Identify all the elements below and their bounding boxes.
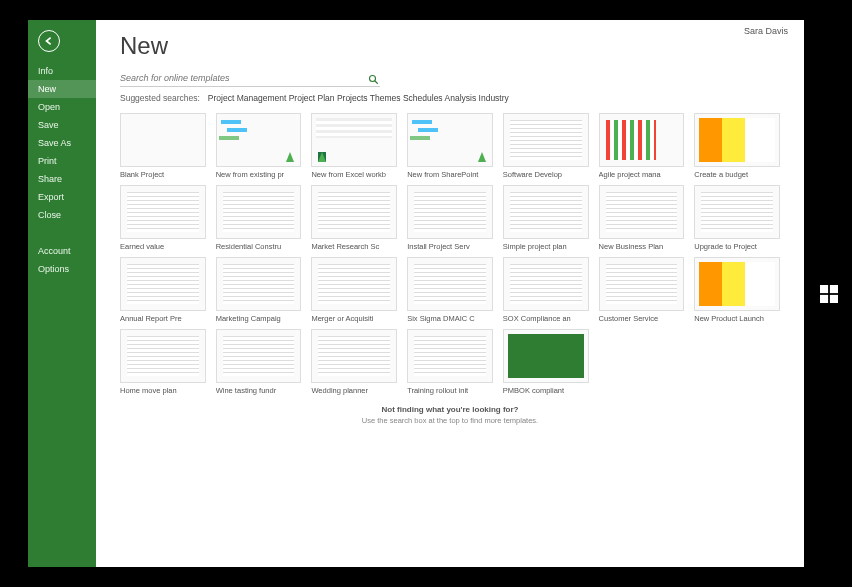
svg-rect-3 — [830, 294, 838, 302]
template-tile[interactable]: Agile project mana — [599, 113, 685, 179]
suggested-link[interactable]: Project Management — [208, 93, 286, 103]
template-grid: Blank ProjectNew from existing prNew fro… — [120, 113, 780, 395]
template-tile[interactable]: Home move plan — [120, 329, 206, 395]
template-label: Create a budget — [694, 170, 780, 179]
footer-line1: Not finding what you're looking for? — [120, 405, 780, 414]
template-thumb — [120, 113, 206, 167]
nav-export[interactable]: Export — [28, 188, 96, 206]
template-tile[interactable]: Merger or Acquisiti — [311, 257, 397, 323]
main-panel: Sara Davis New Suggested searches: Proje… — [96, 20, 804, 567]
template-tile[interactable]: Create a budget — [694, 113, 780, 179]
user-name[interactable]: Sara Davis — [744, 26, 788, 36]
template-tile[interactable]: SOX Compliance an — [503, 257, 589, 323]
template-thumb — [694, 257, 780, 311]
suggested-link[interactable]: Schedules — [403, 93, 443, 103]
template-tile[interactable]: Simple project plan — [503, 185, 589, 251]
nav-open[interactable]: Open — [28, 98, 96, 116]
template-tile[interactable]: New Business Plan — [599, 185, 685, 251]
template-tile[interactable]: Annual Report Pre — [120, 257, 206, 323]
nav-close[interactable]: Close — [28, 206, 96, 224]
svg-rect-1 — [830, 285, 838, 293]
template-thumb — [311, 329, 397, 383]
template-tile[interactable]: Software Develop — [503, 113, 589, 179]
nav-options[interactable]: Options — [28, 260, 96, 278]
template-label: Training rollout init — [407, 386, 493, 395]
nav-account[interactable]: Account — [28, 242, 96, 260]
template-thumb — [503, 113, 589, 167]
template-thumb — [503, 257, 589, 311]
template-tile[interactable]: Six Sigma DMAIC C — [407, 257, 493, 323]
template-tile[interactable]: Training rollout init — [407, 329, 493, 395]
template-thumb — [216, 257, 302, 311]
backstage-sidebar: InfoNewOpenSaveSave AsPrintShareExportCl… — [28, 20, 96, 567]
back-button[interactable] — [38, 30, 60, 52]
suggested-link[interactable]: Project Plan — [289, 93, 335, 103]
suggested-link[interactable]: Projects — [337, 93, 368, 103]
tablet-frame: InfoNewOpenSaveSave AsPrintShareExportCl… — [0, 0, 852, 587]
template-tile[interactable]: PMBOK compliant — [503, 329, 589, 395]
template-label: Wedding planner — [311, 386, 397, 395]
template-label: Market Research Sc — [311, 242, 397, 251]
footer-hint: Not finding what you're looking for? Use… — [120, 405, 780, 425]
search-box[interactable] — [120, 70, 380, 87]
suggested-link[interactable]: Industry — [479, 93, 509, 103]
template-label: Earned value — [120, 242, 206, 251]
template-thumb — [311, 113, 397, 167]
template-thumb — [311, 257, 397, 311]
template-label: Agile project mana — [599, 170, 685, 179]
template-tile[interactable]: Wedding planner — [311, 329, 397, 395]
windows-button[interactable] — [820, 285, 838, 303]
template-tile[interactable]: Blank Project — [120, 113, 206, 179]
template-thumb — [599, 185, 685, 239]
nav-new[interactable]: New — [28, 80, 96, 98]
template-label: New Product Launch — [694, 314, 780, 323]
template-tile[interactable]: Wine tasting fundr — [216, 329, 302, 395]
template-label: New from SharePoint — [407, 170, 493, 179]
template-tile[interactable]: New from SharePoint — [407, 113, 493, 179]
template-tile[interactable]: Customer Service — [599, 257, 685, 323]
template-label: Six Sigma DMAIC C — [407, 314, 493, 323]
template-thumb — [407, 257, 493, 311]
template-label: SOX Compliance an — [503, 314, 589, 323]
app-screen: InfoNewOpenSaveSave AsPrintShareExportCl… — [28, 20, 804, 567]
template-thumb — [216, 185, 302, 239]
nav-info[interactable]: Info — [28, 62, 96, 80]
svg-rect-0 — [820, 285, 828, 293]
search-icon[interactable] — [368, 72, 380, 84]
template-label: New from existing pr — [216, 170, 302, 179]
template-label: Customer Service — [599, 314, 685, 323]
nav-print[interactable]: Print — [28, 152, 96, 170]
page-title: New — [120, 32, 780, 60]
template-thumb — [503, 329, 589, 383]
nav-save-as[interactable]: Save As — [28, 134, 96, 152]
template-thumb — [216, 113, 302, 167]
template-label: Home move plan — [120, 386, 206, 395]
template-thumb — [120, 185, 206, 239]
nav-save[interactable]: Save — [28, 116, 96, 134]
template-label: Upgrade to Project — [694, 242, 780, 251]
template-label: Software Develop — [503, 170, 589, 179]
suggested-link[interactable]: Themes — [370, 93, 401, 103]
template-label: Install Project Serv — [407, 242, 493, 251]
search-input[interactable] — [120, 70, 368, 86]
nav-share[interactable]: Share — [28, 170, 96, 188]
template-tile[interactable]: New from existing pr — [216, 113, 302, 179]
template-tile[interactable]: Marketing Campaig — [216, 257, 302, 323]
template-tile[interactable]: Upgrade to Project — [694, 185, 780, 251]
template-label: Residential Constru — [216, 242, 302, 251]
template-thumb — [407, 185, 493, 239]
template-tile[interactable]: New Product Launch — [694, 257, 780, 323]
template-thumb — [120, 257, 206, 311]
template-thumb — [311, 185, 397, 239]
svg-rect-2 — [820, 294, 828, 302]
template-label: New Business Plan — [599, 242, 685, 251]
svg-point-4 — [370, 76, 376, 82]
template-tile[interactable]: Install Project Serv — [407, 185, 493, 251]
suggested-link[interactable]: Analysis — [445, 93, 477, 103]
template-tile[interactable]: Earned value — [120, 185, 206, 251]
suggested-label: Suggested searches: — [120, 93, 200, 103]
template-label: New from Excel workb — [311, 170, 397, 179]
template-tile[interactable]: Market Research Sc — [311, 185, 397, 251]
template-tile[interactable]: New from Excel workb — [311, 113, 397, 179]
template-tile[interactable]: Residential Constru — [216, 185, 302, 251]
